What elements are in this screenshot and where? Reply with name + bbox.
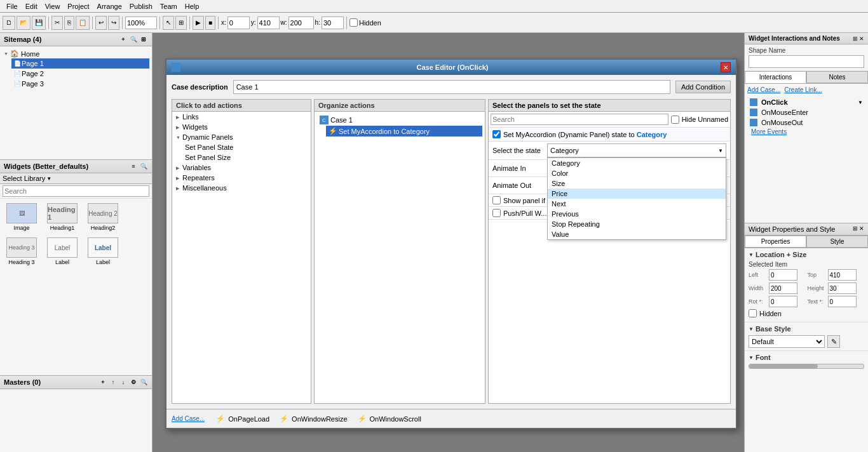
menu-edit[interactable]: Edit	[22, 1, 41, 11]
add-case-link[interactable]: Add Case...	[172, 415, 205, 422]
option-color[interactable]: Color	[548, 168, 726, 178]
properties-close-icon[interactable]: ✕	[859, 225, 864, 233]
crop-btn[interactable]: ⊞	[175, 16, 187, 30]
option-category[interactable]: Category	[548, 158, 726, 168]
option-next[interactable]: Next	[548, 199, 726, 209]
action-widgets-item[interactable]: Widgets	[172, 122, 311, 132]
state-dropdown[interactable]: Category ▼ Category Color Size Price Nex…	[547, 143, 726, 157]
top-input[interactable]	[828, 269, 857, 281]
push-pull-checkbox[interactable]	[492, 209, 501, 217]
tab-style[interactable]: Style	[806, 236, 868, 248]
properties-expand-icon[interactable]: ⊞	[853, 225, 858, 233]
widget-heading1[interactable]: Heading 1 Heading1	[43, 201, 81, 233]
hidden-checkbox[interactable]	[349, 18, 358, 27]
onclick-dropdown-arrow[interactable]: ▼	[858, 100, 863, 105]
tab-notes[interactable]: Notes	[806, 71, 868, 83]
copy-btn[interactable]: ⎘	[64, 16, 74, 30]
left-input[interactable]	[769, 269, 797, 281]
masters-search-icon[interactable]: 🔍	[139, 378, 148, 387]
stop-btn[interactable]: ■	[205, 16, 215, 30]
action-set-panel-state[interactable]: Set Panel State	[181, 142, 311, 152]
create-link-interaction-link[interactable]: Create Link...	[784, 86, 822, 93]
widget-label1[interactable]: Label Label	[43, 236, 81, 267]
scrollbar-thumb[interactable]	[749, 364, 818, 368]
save-btn[interactable]: 💾	[32, 16, 46, 30]
hide-unnamed-checkbox[interactable]	[671, 116, 679, 124]
open-btn[interactable]: 📂	[17, 16, 31, 30]
zoom-input[interactable]	[125, 17, 157, 29]
y-input[interactable]	[257, 17, 280, 29]
action-dynamic-panels-item[interactable]: Dynamic Panels	[172, 132, 311, 142]
interactions-expand-icon[interactable]: ⊞	[853, 36, 858, 42]
option-stop-repeating[interactable]: Stop Repeating	[548, 219, 726, 229]
width-input[interactable]	[769, 282, 797, 294]
hidden-prop-checkbox[interactable]	[749, 309, 757, 317]
menu-team[interactable]: Team	[156, 1, 181, 11]
menu-arrange[interactable]: Arrange	[93, 1, 126, 11]
widget-heading3[interactable]: Heading 3 Heading 3	[3, 236, 41, 267]
select-library-btn[interactable]: Select Library	[3, 175, 45, 182]
interactions-close-icon[interactable]: ✕	[859, 36, 864, 42]
option-size[interactable]: Size	[548, 178, 726, 189]
widget-search-input[interactable]	[3, 185, 149, 197]
action-repeaters-item[interactable]: Repeaters	[172, 173, 311, 183]
cut-btn[interactable]: ✂	[51, 16, 63, 30]
menu-project[interactable]: Project	[64, 1, 93, 11]
organize-case-item[interactable]: C Case 1	[317, 114, 482, 126]
widget-heading2[interactable]: Heading 2 Heading2	[84, 201, 122, 233]
masters-add-icon[interactable]: +	[98, 378, 107, 387]
panel-state-checkbox[interactable]	[492, 130, 501, 138]
sitemap-search-icon[interactable]: 🔍	[129, 35, 138, 44]
dialog-close-btn[interactable]: ✕	[721, 62, 731, 72]
panel-search-input[interactable]	[491, 114, 668, 125]
widget-label2[interactable]: Label Label	[84, 236, 122, 267]
style-edit-btn[interactable]: ✎	[827, 335, 840, 348]
height-input[interactable]	[828, 282, 857, 294]
menu-publish[interactable]: Publish	[126, 1, 156, 11]
tab-properties[interactable]: Properties	[745, 236, 806, 248]
action-set-panel-size[interactable]: Set Panel Size	[181, 152, 311, 163]
state-dropdown-selected[interactable]: Category ▼	[547, 143, 726, 157]
show-panel-checkbox[interactable]	[492, 196, 501, 204]
organize-action-item[interactable]: ⚡ Set MyAccordion to Category	[326, 126, 482, 136]
w-input[interactable]	[288, 17, 314, 29]
menu-help[interactable]: Help	[181, 1, 203, 11]
play-btn[interactable]: ▶	[193, 16, 204, 30]
base-style-select[interactable]: Default	[749, 335, 825, 348]
tab-interactions[interactable]: Interactions	[745, 71, 806, 83]
menu-file[interactable]: File	[3, 1, 22, 11]
widget-search-icon[interactable]: 🔍	[139, 162, 148, 171]
library-dropdown-arrow[interactable]: ▼	[46, 176, 51, 182]
add-condition-btn[interactable]: Add Condition	[675, 81, 731, 93]
option-previous[interactable]: Previous	[548, 209, 726, 219]
pointer-btn[interactable]: ↖	[163, 16, 174, 30]
menu-view[interactable]: View	[41, 1, 64, 11]
widget-menu-icon[interactable]: ≡	[129, 162, 138, 171]
masters-up-icon[interactable]: ↑	[109, 378, 118, 387]
masters-tools-icon[interactable]: ⚙	[129, 378, 138, 387]
sitemap-page3[interactable]: 📄 Page 3	[11, 79, 149, 89]
sitemap-page1[interactable]: 📄 Page 1	[11, 58, 149, 69]
x-input[interactable]	[227, 17, 250, 29]
widget-image[interactable]: 🖼 Image	[3, 201, 41, 233]
option-price[interactable]: Price	[548, 189, 726, 199]
rot-input[interactable]	[769, 296, 797, 307]
action-miscellaneous-item[interactable]: Miscellaneous	[172, 183, 311, 193]
undo-btn[interactable]: ↩	[95, 16, 107, 30]
case-desc-input[interactable]	[233, 80, 670, 94]
sitemap-page2[interactable]: 📄 Page 2	[11, 69, 149, 79]
text-input[interactable]	[828, 296, 857, 307]
option-value[interactable]: Value	[548, 229, 726, 239]
redo-btn[interactable]: ↪	[108, 16, 119, 30]
sitemap-expand-icon[interactable]: ⊞	[139, 35, 148, 44]
masters-down-icon[interactable]: ↓	[119, 378, 128, 387]
shape-name-input[interactable]	[749, 55, 864, 68]
more-events-link[interactable]: More Events	[747, 126, 790, 138]
action-variables-item[interactable]: Variables	[172, 163, 311, 173]
new-btn[interactable]: 🗋	[3, 16, 15, 30]
paste-btn[interactable]: 📋	[76, 16, 90, 30]
action-links-item[interactable]: Links	[172, 112, 311, 122]
sitemap-add-icon[interactable]: +	[119, 35, 128, 44]
h-input[interactable]	[322, 17, 344, 29]
add-case-interaction-link[interactable]: Add Case...	[747, 86, 780, 93]
